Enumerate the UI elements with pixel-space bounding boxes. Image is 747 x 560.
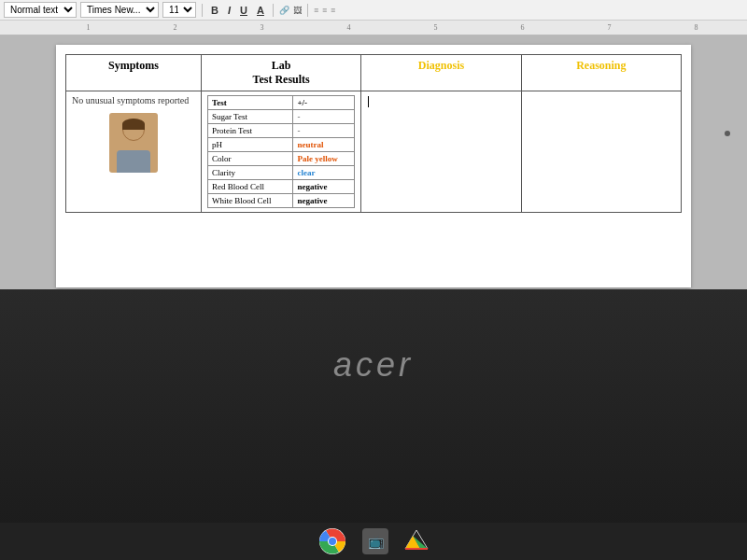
- table-row: White Blood Cell negative: [207, 194, 354, 208]
- size-select[interactable]: 11: [162, 2, 196, 18]
- separator-1: [202, 4, 203, 17]
- align-right-icon: ≡: [331, 6, 335, 15]
- test-sugar-label: Sugar Test: [207, 110, 292, 124]
- lab-col-test: Test: [207, 96, 292, 110]
- document-area[interactable]: Symptoms LabTest Results Diagnosis Reaso…: [0, 35, 747, 289]
- mouse-cursor: [725, 131, 730, 136]
- document-page: Symptoms LabTest Results Diagnosis Reaso…: [56, 45, 691, 287]
- align-center-icon: ≡: [322, 6, 327, 15]
- test-wbc-label: White Blood Cell: [207, 194, 292, 208]
- header-lab: LabTest Results: [201, 55, 360, 91]
- laptop-body: acer 📺: [0, 289, 747, 560]
- header-reasoning: Reasoning: [521, 55, 681, 91]
- ruler-numbers: 1 2 3 4 5 6 7 8: [7, 23, 740, 32]
- header-diagnosis: Diagnosis: [361, 55, 521, 91]
- avatar: [109, 113, 158, 173]
- lab-table: Test +/- Sugar Test -: [207, 95, 355, 208]
- drive-taskbar-icon[interactable]: [403, 528, 430, 554]
- reasoning-cell: [521, 91, 681, 213]
- text-cursor: [368, 96, 369, 107]
- symptoms-cell: No unusual symptoms reported: [66, 91, 202, 213]
- taskbar: 📺: [0, 523, 747, 560]
- style-select[interactable]: Normal text: [4, 2, 77, 18]
- acer-logo: acer: [333, 345, 414, 385]
- ruler-7: 7: [566, 23, 653, 32]
- separator-3: [307, 4, 308, 17]
- toolbar: Normal text Times New... 11 B I U A 🔗 🖼 …: [0, 0, 747, 21]
- test-wbc-value: negative: [293, 194, 355, 208]
- ruler-4: 4: [305, 23, 392, 32]
- ruler-6: 6: [479, 23, 566, 32]
- test-rbc-value: negative: [293, 180, 355, 194]
- table-row: Color Pale yellow: [207, 152, 354, 166]
- chrome-taskbar-icon[interactable]: [317, 526, 347, 556]
- separator-2: [273, 4, 274, 17]
- test-ph-value: neutral: [293, 138, 355, 152]
- underline-button[interactable]: U: [237, 5, 250, 16]
- video-icon-symbol: 📺: [368, 534, 384, 550]
- table-row: Protein Test -: [207, 124, 354, 138]
- main-table: Symptoms LabTest Results Diagnosis Reaso…: [65, 54, 682, 213]
- test-protein-value: -: [293, 124, 355, 138]
- table-row: Sugar Test -: [207, 110, 354, 124]
- ruler-5: 5: [392, 23, 479, 32]
- video-taskbar-icon[interactable]: 📺: [362, 528, 388, 554]
- laptop-screen: Normal text Times New... 11 B I U A 🔗 🖼 …: [0, 0, 747, 289]
- italic-button[interactable]: I: [225, 5, 233, 16]
- table-row: Red Blood Cell negative: [207, 180, 354, 194]
- bold-button[interactable]: B: [208, 5, 221, 16]
- header-symptoms: Symptoms: [66, 55, 202, 91]
- test-clarity-label: Clarity: [207, 166, 292, 180]
- test-color-label: Color: [207, 152, 292, 166]
- test-color-value: Pale yellow: [293, 152, 355, 166]
- lab-results-cell: Test +/- Sugar Test -: [201, 91, 360, 213]
- ruler-2: 2: [132, 23, 218, 32]
- ruler-3: 3: [218, 23, 305, 32]
- strikethrough-button[interactable]: A: [254, 5, 267, 16]
- ruler: 1 2 3 4 5 6 7 8: [0, 21, 747, 35]
- image-icon: 🖼: [293, 6, 302, 15]
- test-sugar-value: -: [293, 110, 355, 124]
- diagnosis-cell: [361, 91, 521, 213]
- link-icon: 🔗: [279, 6, 289, 15]
- font-select[interactable]: Times New...: [80, 2, 159, 18]
- svg-point-2: [329, 538, 336, 545]
- table-row: Clarity clear: [207, 166, 354, 180]
- test-protein-label: Protein Test: [207, 124, 292, 138]
- ruler-1: 1: [45, 23, 132, 32]
- test-clarity-value: clear: [293, 166, 355, 180]
- align-left-icon: ≡: [314, 6, 318, 15]
- table-row: pH neutral: [207, 138, 354, 152]
- ruler-8: 8: [653, 23, 740, 32]
- symptoms-text: No unusual symptoms reported: [72, 95, 189, 105]
- test-rbc-label: Red Blood Cell: [207, 180, 292, 194]
- test-ph-label: pH: [207, 138, 292, 152]
- lab-col-value: +/-: [293, 96, 355, 110]
